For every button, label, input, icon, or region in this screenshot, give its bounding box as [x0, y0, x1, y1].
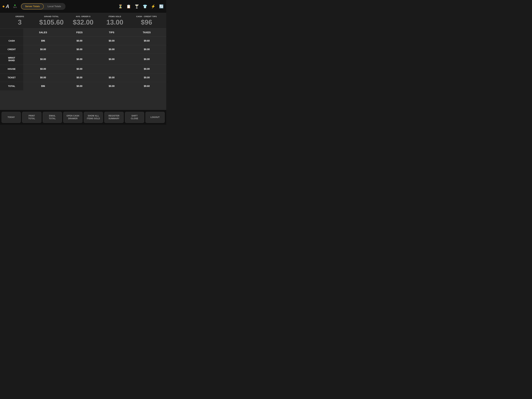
cell-tips: $0.00	[96, 54, 127, 65]
hourglass-icon[interactable]: ⏳	[118, 4, 123, 9]
shift-close-button[interactable]: SHIFT CLOSE	[125, 112, 144, 123]
row-label-cash: CASH	[0, 37, 23, 45]
logout-button[interactable]: LOGOUT	[146, 112, 165, 123]
summary-row: ORDERS 3 GRAND TOTAL $105.60 AVG. ORDER …	[0, 13, 166, 29]
totals-table: SALES FEES TIPS TAXES CASH$96$0.00$0.00$…	[0, 29, 166, 90]
cell-sales: $96	[23, 82, 63, 90]
status-dot	[14, 5, 16, 6]
logo-dot	[3, 6, 4, 7]
table-row: WRIST BAND$0.00$0.00$0.00$0.00	[0, 54, 166, 65]
tab-server-totals[interactable]: Server Totals	[21, 4, 44, 9]
tab-local-totals[interactable]: Local Totals	[44, 4, 65, 9]
percent-label: 56%	[13, 6, 17, 8]
cell-taxes: $0.00	[127, 54, 166, 65]
tab-group: Server Totals Local Totals	[21, 3, 65, 10]
summary-grand-total: GRAND TOTAL $105.60	[36, 15, 67, 26]
logo-area: A	[3, 4, 9, 9]
avg-order-label: AVG. ORDER $	[76, 15, 90, 18]
cell-sales: $0.00	[23, 45, 63, 54]
table-row: HOUSE$0.00$0.00$0.00	[0, 65, 166, 73]
cell-fees: $0.00	[63, 54, 96, 65]
row-label-total: TOTAL	[0, 82, 23, 90]
row-label-credit: CREDIT	[0, 45, 23, 54]
top-nav: A 56% Server Totals Local Totals ⏳ 📋 🍸 👕…	[0, 0, 166, 13]
summary-avg-order: AVG. ORDER $ $32.00	[67, 15, 99, 26]
cell-sales: $0.00	[23, 65, 63, 73]
bottom-toolbar: TodayPRINT TOTALEMAIL TOTALOPEN CASH DRA…	[0, 110, 166, 125]
cell-taxes: $0.00	[127, 73, 166, 82]
grand-total-value: $105.60	[39, 18, 64, 26]
col-header-tips: TIPS	[96, 29, 127, 37]
cell-tips	[96, 65, 127, 73]
cell-tips: $0.00	[96, 82, 127, 90]
cell-taxes: $0.00	[127, 45, 166, 54]
table-row: TICKET$0.00$0.00$0.00$0.00	[0, 73, 166, 82]
data-table: SALES FEES TIPS TAXES CASH$96$0.00$0.00$…	[0, 29, 166, 110]
cell-taxes: $0.00	[127, 65, 166, 73]
register-sum-button[interactable]: REGISTER SUMMARY	[104, 112, 124, 123]
show-items-button[interactable]: SHOW ALL ITEMS SOLD	[84, 112, 103, 123]
row-label-house: HOUSE	[0, 65, 23, 73]
avg-order-value: $32.00	[73, 18, 93, 26]
refresh-dollar-icon[interactable]: 🔄	[159, 4, 164, 9]
flash-bag-icon[interactable]: ⚡	[151, 4, 155, 9]
tips-label: CASH - CREDIT TIPS	[136, 15, 157, 18]
summary-orders: ORDERS 3	[4, 15, 36, 26]
nav-icons: ⏳ 📋 🍸 👕 ⚡ 🔄	[118, 4, 164, 9]
tips-value: $96	[141, 18, 152, 26]
grand-total-label: GRAND TOTAL	[44, 15, 59, 18]
cell-fees: $0.00	[63, 73, 96, 82]
col-header-empty	[0, 29, 23, 37]
orders-label: ORDERS	[15, 15, 24, 18]
table-row: CREDIT$0.00$0.00$0.00$0.00	[0, 45, 166, 54]
summary-items-sold: ITEMS SOLD 13.00	[99, 15, 131, 26]
row-label-wrist-band: WRIST BAND	[0, 54, 23, 65]
cell-fees: $0.00	[63, 65, 96, 73]
cell-tips: $0.00	[96, 73, 127, 82]
col-header-taxes: TAXES	[127, 29, 166, 37]
items-sold-value: 13.00	[106, 18, 123, 26]
items-sold-label: ITEMS SOLD	[108, 15, 121, 18]
table-row: CASH$96$0.00$0.00$9.60	[0, 37, 166, 45]
row-label-ticket: TICKET	[0, 73, 23, 82]
cell-taxes: $9.60	[127, 37, 166, 45]
shirt-icon[interactable]: 👕	[143, 4, 147, 9]
cell-fees: $0.00	[63, 37, 96, 45]
cell-sales: $0.00	[23, 73, 63, 82]
cell-sales: $0.00	[23, 54, 63, 65]
cell-taxes: $9.60	[127, 82, 166, 90]
table-row: TOTAL$96$0.00$0.00$9.60	[0, 82, 166, 90]
summary-tips: CASH - CREDIT TIPS $96	[131, 15, 162, 26]
cell-fees: $0.00	[63, 82, 96, 90]
orders-value: 3	[18, 18, 22, 26]
cell-fees: $0.00	[63, 45, 96, 54]
print-total-button[interactable]: PRINT TOTAL	[22, 112, 41, 123]
menu-icon[interactable]: 📋	[126, 4, 131, 9]
logo-letter: A	[6, 4, 9, 9]
cocktail-icon[interactable]: 🍸	[134, 4, 139, 9]
cell-tips: $0.00	[96, 37, 127, 45]
col-header-fees: FEES	[63, 29, 96, 37]
cell-tips: $0.00	[96, 45, 127, 54]
cell-sales: $96	[23, 37, 63, 45]
email-total-button[interactable]: EMAIL TOTAL	[43, 112, 62, 123]
col-header-sales: SALES	[23, 29, 63, 37]
today-button[interactable]: Today	[1, 112, 21, 123]
open-cash-button[interactable]: OPEN CASH DRAWER	[63, 112, 82, 123]
percent-area: 56%	[13, 5, 17, 8]
